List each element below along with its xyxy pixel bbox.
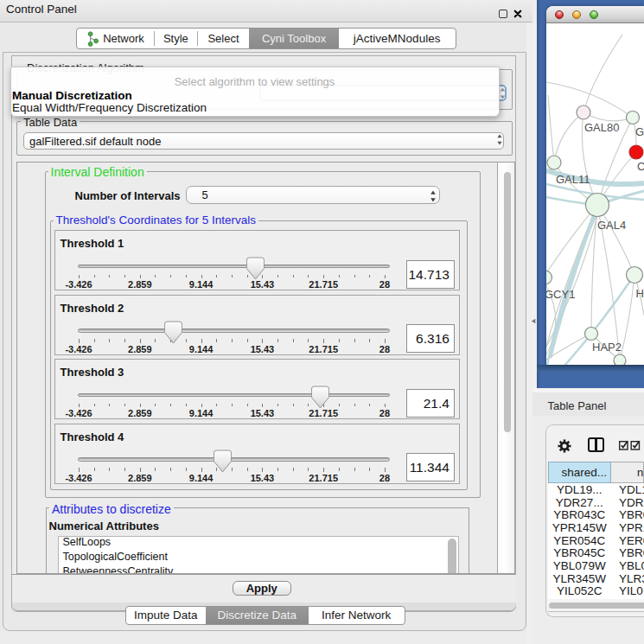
- svg-text:C: C: [637, 160, 644, 173]
- svg-text:GA: GA: [635, 125, 644, 138]
- svg-text:GAL80: GAL80: [584, 121, 619, 134]
- svg-text:GCY1: GCY1: [546, 288, 575, 301]
- svg-text:H: H: [636, 287, 644, 300]
- svg-text:HAP2: HAP2: [592, 341, 622, 354]
- svg-text:GAL4: GAL4: [597, 219, 626, 232]
- svg-text:GAL11: GAL11: [556, 173, 590, 186]
